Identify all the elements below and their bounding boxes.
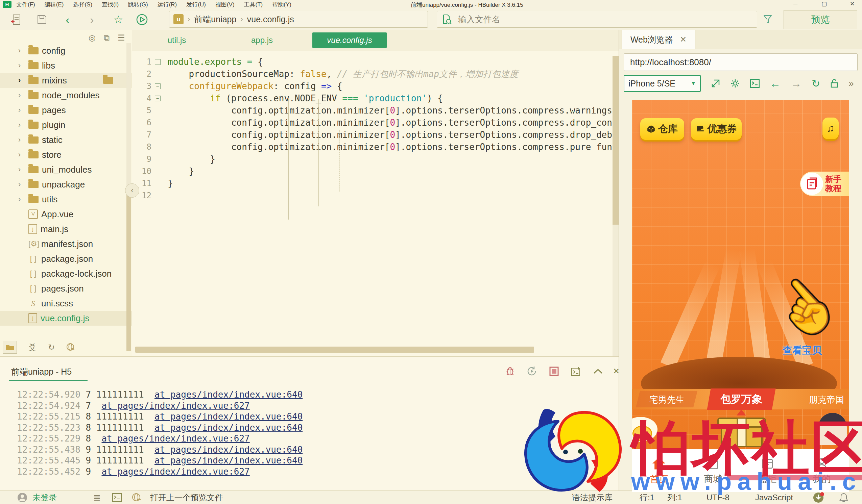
breadcrumb-project[interactable]: 前端uniapp [194, 14, 236, 25]
code-area[interactable]: 1–module.exports = {2 productionSourceMa… [132, 56, 612, 202]
coupon-button[interactable]: 优惠券 [691, 118, 742, 140]
more-chevrons-icon[interactable]: » [848, 78, 854, 89]
tutorial-badge[interactable]: 新手 教程 [800, 172, 849, 196]
fold-marker[interactable]: – [154, 83, 161, 89]
editor-vscrollbar-thumb[interactable] [613, 56, 618, 225]
preview-button[interactable]: 预览 [784, 10, 857, 29]
expand-chevron-icon[interactable]: › [18, 106, 28, 115]
url-input[interactable] [624, 53, 858, 71]
expand-chevron-icon[interactable]: › [18, 180, 28, 189]
console-tab[interactable]: 前端uniapp - H5 [11, 366, 72, 377]
preview-file-globe-icon[interactable] [132, 493, 142, 502]
tree-item-package.json[interactable]: [ ]package.json [0, 251, 132, 266]
menu-item-8[interactable]: 工具(T) [244, 1, 263, 9]
open-external-icon[interactable] [711, 79, 720, 88]
music-toggle-button[interactable]: ♫ [822, 118, 839, 139]
terminal-icon[interactable] [112, 493, 122, 502]
tree-item-pages[interactable]: ›pages [0, 103, 132, 118]
code-line-9[interactable]: 9 } [132, 153, 612, 165]
expand-chevron-icon[interactable]: › [18, 91, 28, 100]
refresh-icon[interactable]: ↻ [48, 343, 55, 352]
breadcrumb-file[interactable]: vue.config.js [247, 14, 294, 24]
tree-item-static[interactable]: ›static [0, 132, 132, 147]
code-line-1[interactable]: 1–module.exports = { [132, 56, 612, 68]
log-source-link[interactable]: at pages/index/index.vue:627 [101, 466, 249, 477]
menu-item-7[interactable]: 视图(V) [216, 1, 235, 9]
breadcrumb[interactable]: u › 前端uniapp › vue.config.js [169, 11, 428, 28]
nav-forward-icon[interactable]: → [791, 77, 801, 90]
tree-item-store[interactable]: ›store [0, 147, 132, 162]
code-line-10[interactable]: 10 } [132, 165, 612, 177]
close-button[interactable]: ✕ [845, 0, 860, 9]
menu-item-2[interactable]: 选择(S) [73, 1, 92, 9]
editor-tab-util.js[interactable]: util.js [158, 30, 195, 51]
menu-item-3[interactable]: 查找(I) [102, 1, 119, 9]
sidebar-collapse-handle[interactable]: ‹ [125, 183, 139, 198]
fold-marker[interactable]: – [154, 96, 161, 101]
code-line-8[interactable]: 8 config.optimization.minimizer[0].optio… [132, 141, 612, 153]
tree-item-package-lock.json[interactable]: [ ]package-lock.json [0, 266, 132, 281]
reload-icon[interactable]: ↻ [812, 78, 820, 90]
menu-item-1[interactable]: 编辑(E) [44, 1, 64, 9]
tree-item-utils[interactable]: ›utils [0, 192, 132, 207]
login-status[interactable]: 未登录 [32, 492, 57, 503]
expand-chevron-icon[interactable]: › [18, 121, 28, 129]
expand-chevron-icon[interactable]: › [18, 150, 28, 159]
back-icon[interactable]: ‹ [62, 14, 74, 26]
minimize-button[interactable]: ─ [788, 0, 803, 9]
tree-item-libs[interactable]: ›libs [0, 58, 132, 73]
settings-gear-icon[interactable] [731, 79, 740, 88]
stop-icon[interactable] [548, 366, 560, 377]
explorer-tab-icon[interactable] [3, 341, 17, 354]
open-previous-preview[interactable]: 打开上一个预览文件 [150, 492, 223, 503]
tree-item-pages.json[interactable]: [ ]pages.json [0, 281, 132, 296]
warehouse-button[interactable]: 仓库 [640, 118, 684, 140]
code-line-7[interactable]: 7 config.optimization.minimizer[0].optio… [132, 129, 612, 141]
tree-item-plugin[interactable]: ›plugin [0, 118, 132, 132]
menu-item-5[interactable]: 运行(R) [158, 1, 177, 9]
maximize-button[interactable]: ▢ [817, 0, 832, 9]
locate-file-icon[interactable]: ◎ [89, 33, 96, 42]
log-source-link[interactable]: at pages/index/index.vue:640 [155, 389, 302, 400]
fold-marker[interactable]: – [154, 59, 161, 65]
view-treasure-label[interactable]: 查看宝贝 [783, 344, 822, 357]
code-line-2[interactable]: 2 productionSourceMap: false, // 生产打包时不输… [132, 68, 612, 80]
menu-item-9[interactable]: 帮助(Y) [272, 1, 291, 9]
code-line-11[interactable]: 11} [132, 177, 612, 189]
tree-item-uni.scss[interactable]: Suni.scss [0, 296, 132, 311]
editor-tab-vue.config.js[interactable]: vue.config.js [312, 32, 387, 48]
restart-icon[interactable] [526, 366, 537, 377]
tree-item-vue.config.js[interactable]: jvue.config.js [0, 311, 132, 326]
console-terminal-icon[interactable] [750, 79, 760, 88]
expand-chevron-icon[interactable]: › [18, 195, 28, 204]
log-source-link[interactable]: at pages/index/index.vue:640 [155, 411, 302, 422]
preview-globe-icon[interactable] [66, 343, 76, 352]
carousel-left-label[interactable]: 宅男先生 [649, 394, 684, 406]
debug-bug-icon[interactable] [504, 366, 516, 377]
new-file-icon[interactable] [10, 14, 22, 26]
log-source-link[interactable]: at pages/index/index.vue:627 [101, 434, 249, 443]
save-icon[interactable] [36, 14, 48, 26]
carousel-active-item[interactable]: 包罗万象 [707, 388, 775, 410]
device-select[interactable]: iPhone 5/SE ▼ [624, 75, 701, 92]
expand-chevron-icon[interactable]: › [18, 165, 28, 174]
editor-hscrollbar-thumb[interactable] [135, 347, 534, 353]
expand-chevron-icon[interactable]: › [18, 76, 28, 85]
sidebar-scrollbar-thumb[interactable] [127, 188, 131, 351]
code-line-6[interactable]: 6 config.optimization.minimizer[0].optio… [132, 117, 612, 129]
todo-list-icon[interactable]: ≣ [93, 492, 101, 503]
editor-tab-app.js[interactable]: app.js [244, 30, 280, 51]
nav-back-icon[interactable]: ← [770, 77, 781, 90]
tree-item-node_modules[interactable]: ›node_modules [0, 88, 132, 103]
account-icon[interactable] [17, 492, 28, 503]
new-terminal-icon[interactable] [571, 366, 582, 377]
tree-item-App.vue[interactable]: VApp.vue [0, 207, 132, 222]
log-source-link[interactable]: at pages/index/index.vue:640 [155, 445, 302, 455]
explorer-menu-icon[interactable]: ☰ [118, 33, 125, 42]
collapse-folders-icon[interactable]: ⧉ [104, 33, 109, 42]
code-line-4[interactable]: 4– if (process.env.NODE_ENV === 'product… [132, 92, 612, 104]
tree-item-manifest.json[interactable]: [⚙]manifest.json [0, 237, 132, 251]
tree-item-unpackage[interactable]: ›unpackage [0, 177, 132, 192]
tree-item-config[interactable]: ›config [0, 43, 132, 58]
expand-chevron-icon[interactable]: › [18, 135, 28, 144]
